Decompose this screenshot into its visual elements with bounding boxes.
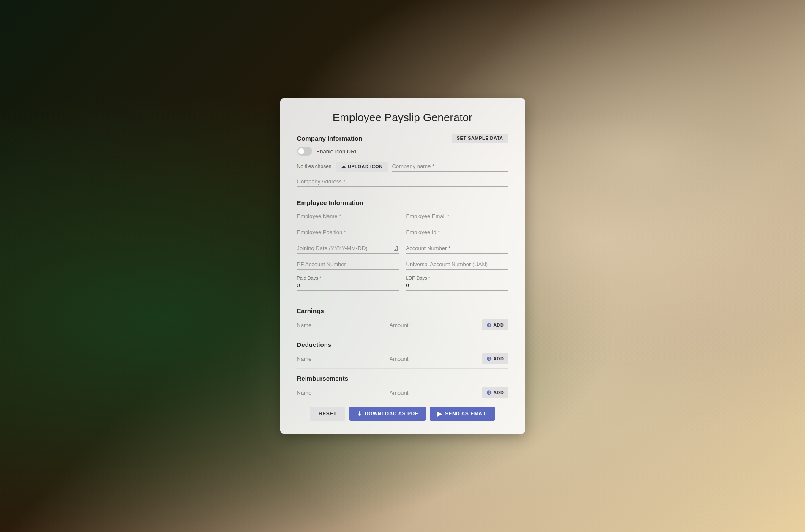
employee-position-input[interactable] [297, 227, 399, 237]
upload-icon-label: UPLOAD ICON [348, 164, 383, 169]
section-divider-2 [297, 301, 508, 301]
earnings-name-input[interactable] [297, 320, 385, 330]
earnings-add-button[interactable]: ⊕ ADD [482, 319, 508, 330]
joining-date-account-row: 🗓 [297, 243, 508, 259]
employee-email-field [406, 211, 508, 221]
deductions-name-field [297, 354, 385, 364]
footer-buttons: RESET ⬇ DOWNLOAD AS PDF ▶ SEND AS EMAIL [297, 407, 508, 421]
reimbursements-amount-input[interactable] [390, 388, 478, 398]
paid-lop-days-row: Paid Days * LOP Days * [297, 276, 508, 297]
employee-email-input[interactable] [406, 211, 508, 221]
deductions-add-button[interactable]: ⊕ ADD [482, 353, 508, 364]
joining-date-wrap: 🗓 [297, 243, 399, 254]
pf-uan-row [297, 259, 508, 276]
employee-section-title: Employee Information [297, 199, 508, 206]
deductions-section-title: Deductions [297, 341, 508, 348]
lop-days-field: LOP Days * [406, 276, 508, 291]
deductions-amount-input[interactable] [390, 354, 478, 364]
paid-days-field: Paid Days * [297, 276, 399, 291]
paid-days-input[interactable] [297, 281, 399, 291]
reimbursements-name-input[interactable] [297, 388, 385, 398]
company-name-input[interactable] [392, 161, 508, 172]
send-icon: ▶ [437, 410, 442, 417]
reimbursements-amount-field [390, 388, 478, 398]
employee-name-email-row [297, 211, 508, 227]
pf-account-input[interactable] [297, 259, 399, 270]
employee-name-field [297, 211, 399, 221]
reimbursements-add-row: ⊕ ADD [297, 387, 508, 398]
earnings-amount-input[interactable] [390, 320, 478, 330]
company-address-field [297, 177, 508, 187]
uan-input[interactable] [406, 259, 508, 270]
reimbursements-add-label: ADD [493, 390, 504, 395]
reimbursements-add-button[interactable]: ⊕ ADD [482, 387, 508, 398]
deductions-name-input[interactable] [297, 354, 385, 364]
joining-date-field: 🗓 [297, 243, 399, 254]
employee-id-field [406, 227, 508, 237]
deductions-amount-field [390, 354, 478, 364]
earnings-amount-field [390, 320, 478, 330]
earnings-add-icon: ⊕ [486, 322, 492, 328]
download-icon: ⬇ [357, 410, 363, 417]
company-section-title: Company Information [297, 135, 363, 142]
reimbursements-add-icon: ⊕ [486, 389, 492, 396]
no-files-text: No files chosen [297, 164, 332, 169]
upload-row: No files chosen ☁ UPLOAD ICON [297, 161, 508, 172]
earnings-add-label: ADD [493, 322, 504, 327]
deductions-add-label: ADD [493, 356, 504, 361]
company-section-header: Company Information SET SAMPLE DATA [297, 134, 508, 143]
deductions-add-icon: ⊕ [486, 355, 492, 362]
section-divider-4 [297, 368, 508, 369]
upload-icon-button[interactable]: ☁ UPLOAD ICON [336, 162, 388, 172]
send-email-button[interactable]: ▶ SEND AS EMAIL [430, 407, 495, 421]
account-number-field [406, 243, 508, 254]
company-address-input[interactable] [297, 177, 508, 187]
upload-cloud-icon: ☁ [341, 164, 346, 169]
download-pdf-label: DOWNLOAD AS PDF [365, 411, 418, 417]
lop-days-input[interactable] [406, 281, 508, 291]
pf-account-field [297, 259, 399, 270]
reimbursements-name-field [297, 388, 385, 398]
company-name-wrap [392, 161, 508, 172]
employee-position-field [297, 227, 399, 237]
section-divider-3 [297, 335, 508, 335]
main-modal: Employee Payslip Generator Company Infor… [280, 98, 525, 434]
uan-field [406, 259, 508, 270]
earnings-name-field [297, 320, 385, 330]
earnings-section-title: Earnings [297, 307, 508, 314]
page-title: Employee Payslip Generator [297, 111, 508, 124]
enable-icon-url-label: Enable Icon URL [317, 148, 358, 155]
lop-days-label: LOP Days * [406, 276, 508, 281]
paid-days-label: Paid Days * [297, 276, 399, 281]
employee-name-input[interactable] [297, 211, 399, 221]
joining-date-input[interactable] [297, 243, 399, 254]
employee-id-input[interactable] [406, 227, 508, 237]
enable-icon-url-toggle[interactable] [297, 147, 312, 156]
reimbursements-section-title: Reimbursements [297, 375, 508, 382]
send-email-label: SEND AS EMAIL [445, 411, 487, 417]
employee-position-id-row [297, 227, 508, 243]
set-sample-button[interactable]: SET SAMPLE DATA [452, 134, 508, 143]
earnings-add-row: ⊕ ADD [297, 319, 508, 330]
account-number-input[interactable] [406, 243, 508, 254]
download-pdf-button[interactable]: ⬇ DOWNLOAD AS PDF [349, 407, 426, 421]
enable-icon-url-row: Enable Icon URL [297, 147, 508, 156]
deductions-add-row: ⊕ ADD [297, 353, 508, 364]
section-divider-1 [297, 193, 508, 193]
reset-button[interactable]: RESET [310, 407, 345, 421]
calendar-icon[interactable]: 🗓 [393, 245, 399, 252]
